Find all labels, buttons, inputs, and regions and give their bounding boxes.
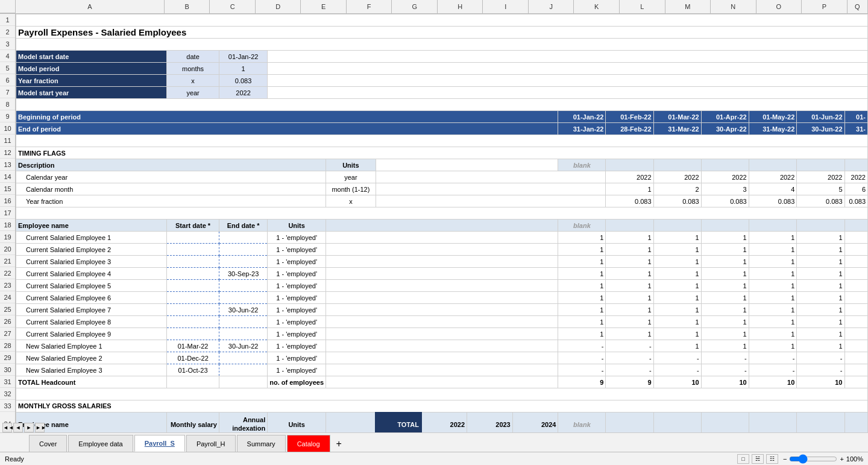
add-sheet-button[interactable]: + <box>332 436 347 452</box>
page-break-icon[interactable]: ☷ <box>766 454 778 464</box>
col-header-e[interactable]: E <box>301 0 347 13</box>
col-header-p[interactable]: P <box>802 0 848 13</box>
emp5-end[interactable] <box>219 280 267 292</box>
emp1-start[interactable] <box>167 232 219 244</box>
col-header-i[interactable]: I <box>483 0 529 13</box>
emp8-name: Current Salaried Employee 8 <box>16 316 167 328</box>
emp6-p: 1 <box>797 292 844 304</box>
emp2-end[interactable] <box>219 244 267 256</box>
total-l: 9 <box>606 376 653 388</box>
emp2-m: 1 <box>653 244 701 256</box>
emp2-l: 1 <box>606 244 653 256</box>
model-date-value[interactable]: 01-Jan-22 <box>219 51 267 63</box>
col-header-o[interactable]: O <box>756 0 802 13</box>
emp5-m: 1 <box>653 280 701 292</box>
model-start-year-label: Model start year <box>16 87 167 99</box>
emp5-start[interactable] <box>167 280 219 292</box>
zoom-slider[interactable] <box>789 454 837 464</box>
col-header-f[interactable]: F <box>347 0 392 13</box>
new-emp1-m: 1 <box>653 340 701 352</box>
emp1-end[interactable] <box>219 232 267 244</box>
cell-5-empty <box>268 63 868 75</box>
col-header-g[interactable]: G <box>392 0 438 13</box>
emp6-l: 1 <box>606 292 653 304</box>
emp4-n: 1 <box>701 268 749 280</box>
new-emp1-end[interactable]: 30-Jun-22 <box>219 340 267 352</box>
emp3-o: 1 <box>749 256 797 268</box>
sheet-tabs-bar: ◄◄ ◄ ► ►► Cover Employee data Payroll_S … <box>0 432 868 452</box>
col-header-h[interactable]: H <box>438 0 483 13</box>
row-32 <box>16 388 868 400</box>
emp4-end[interactable]: 30-Sep-23 <box>219 268 267 280</box>
tab-payroll-s[interactable]: Payroll_S <box>134 435 185 452</box>
row-num-14: 14 <box>0 171 15 183</box>
col-header-n[interactable]: N <box>711 0 756 13</box>
emp9-k: 1 <box>558 328 606 340</box>
row-num-28: 28 <box>0 340 15 352</box>
model-period-value[interactable]: 1 <box>219 63 267 75</box>
col-header-q[interactable]: Q <box>848 0 868 13</box>
tab-catalog[interactable]: Catalog <box>287 435 330 452</box>
tab-payroll-h[interactable]: Payroll_H <box>186 435 236 452</box>
emp8-start[interactable] <box>167 316 219 328</box>
col-header-a[interactable]: A <box>16 0 165 13</box>
emp9-start[interactable] <box>167 328 219 340</box>
emp3-end[interactable] <box>219 256 267 268</box>
bottom-area: ◄◄ ◄ ► ►► Cover Employee data Payroll_S … <box>0 432 868 465</box>
col-header-d[interactable]: D <box>256 0 301 13</box>
new-emp3-end[interactable] <box>219 364 267 376</box>
year-frac-p: 0.083 <box>844 195 868 207</box>
total-headcount-empty <box>326 376 558 388</box>
year-fraction-value[interactable]: 0.083 <box>219 75 267 87</box>
mg-blank-header: blank <box>558 413 606 433</box>
emp4-start[interactable] <box>167 268 219 280</box>
col-header-k[interactable]: K <box>574 0 620 13</box>
new-emp3-empty <box>326 364 558 376</box>
col-header-m[interactable]: M <box>665 0 711 13</box>
emp6-end[interactable] <box>219 292 267 304</box>
emp7-start[interactable] <box>167 304 219 316</box>
sheet-nav-left[interactable]: ◄ <box>13 423 23 432</box>
col-header-c[interactable]: C <box>210 0 256 13</box>
sheet-nav-right-right[interactable]: ►► <box>35 423 45 432</box>
new-emp1-start[interactable]: 01-Mar-22 <box>167 340 219 352</box>
emp9-q <box>844 328 868 340</box>
row-8 <box>16 99 868 111</box>
emp8-end[interactable] <box>219 316 267 328</box>
emp2-start[interactable] <box>167 244 219 256</box>
row-3 <box>16 39 868 51</box>
zoom-plus[interactable]: + <box>840 455 843 463</box>
emp1-p: 1 <box>797 232 844 244</box>
emp3-start[interactable] <box>167 256 219 268</box>
new-emp1-o: 1 <box>749 340 797 352</box>
new-emp2-end[interactable] <box>219 352 267 364</box>
new-emp2-start[interactable]: 01-Dec-22 <box>167 352 219 364</box>
emp6-empty <box>326 292 558 304</box>
emp6-start[interactable] <box>167 292 219 304</box>
sheet-nav-left-left[interactable]: ◄◄ <box>2 423 12 432</box>
sheet-nav-right[interactable]: ► <box>24 423 34 432</box>
tab-cover[interactable]: Cover <box>29 435 67 452</box>
new-emp3-start[interactable]: 01-Oct-23 <box>167 364 219 376</box>
tab-summary[interactable]: Summary <box>237 435 286 452</box>
emp9-end[interactable] <box>219 328 267 340</box>
grid[interactable]: Payroll Expenses - Salaried Employees Mo… <box>16 14 868 432</box>
col-header-b[interactable]: B <box>165 0 210 13</box>
zoom-minus[interactable]: − <box>783 455 787 463</box>
page-layout-icon[interactable]: ☵ <box>752 454 764 464</box>
tf-m <box>653 159 701 171</box>
new-emp2-l: - <box>606 352 653 364</box>
col-header-l[interactable]: L <box>620 0 665 13</box>
model-year-value[interactable]: 2022 <box>219 87 267 99</box>
emp7-end[interactable]: 30-Jun-22 <box>219 304 267 316</box>
emp-name-header: Employee name <box>16 220 167 232</box>
emp7-units: 1 - 'employed' <box>268 304 326 316</box>
row-12: TIMING FLAGS <box>16 147 868 159</box>
tab-employee-data[interactable]: Employee data <box>68 435 133 452</box>
emp8-m: 1 <box>653 316 701 328</box>
normal-view-icon[interactable]: □ <box>737 454 749 464</box>
new-emp3-q <box>844 364 868 376</box>
tf-p <box>797 159 844 171</box>
row-num-12: 12 <box>0 147 15 159</box>
col-header-j[interactable]: J <box>529 0 574 13</box>
